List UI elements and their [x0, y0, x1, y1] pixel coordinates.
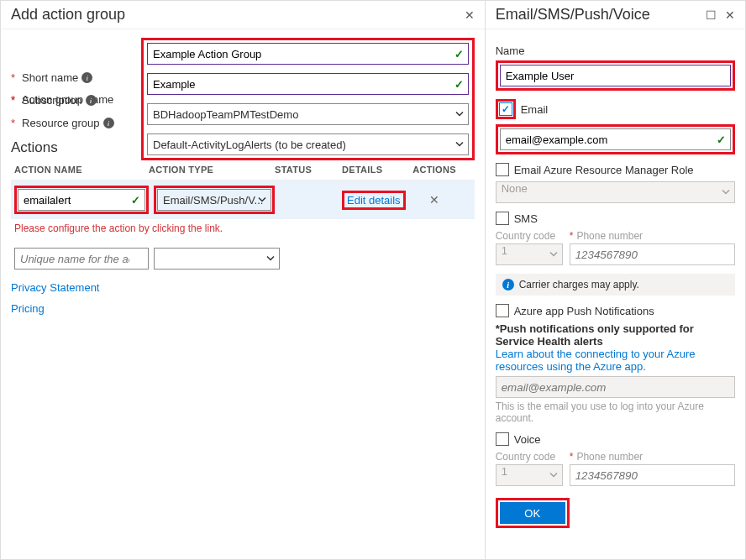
country-code-label: Country code — [496, 230, 563, 242]
voice-label: Voice — [514, 433, 541, 446]
push-label: Azure app Push Notifications — [514, 305, 654, 317]
sms-checkbox[interactable] — [496, 212, 509, 225]
actions-table-header: ACTION NAME ACTION TYPE STATUS DETAILS A… — [11, 160, 475, 181]
action-row: ✓ Email/SMS/Push/V... Edit deta — [11, 181, 475, 219]
delete-action-icon[interactable]: ✕ — [429, 193, 439, 207]
label-subscription: *Subscription i — [11, 94, 141, 107]
arm-role-label: Email Azure Resource Manager Role — [514, 164, 694, 176]
action-name-input[interactable] — [18, 189, 145, 211]
email-checkbox[interactable] — [499, 102, 512, 116]
left-pane-title: Add action group — [11, 6, 465, 24]
name-label: Name — [496, 44, 735, 57]
close-icon[interactable]: ✕ — [725, 8, 735, 22]
add-action-group-pane: Add action group ✕ *Action group name ✓ — [1, 1, 486, 559]
privacy-link[interactable]: Privacy Statement — [11, 281, 100, 294]
left-pane-header: Add action group ✕ — [1, 1, 485, 29]
close-icon[interactable]: ✕ — [465, 8, 475, 22]
info-icon[interactable]: i — [103, 118, 114, 128]
subscription-select[interactable]: BDHadoopTeamPMTestDemo — [147, 103, 469, 125]
maximize-icon[interactable]: ☐ — [706, 8, 717, 22]
info-icon: i — [502, 279, 514, 290]
push-help-text: This is the email you use to log into yo… — [496, 400, 735, 424]
action-row-new — [11, 243, 475, 275]
push-note: *Push notifications only supported for S… — [496, 322, 735, 348]
voice-country-select: 1 — [496, 464, 563, 486]
arm-role-checkbox[interactable] — [496, 163, 509, 176]
push-email-input — [496, 376, 735, 398]
voice-checkbox[interactable] — [496, 432, 509, 446]
new-action-type-select[interactable] — [154, 248, 280, 270]
check-icon: ✓ — [454, 48, 464, 60]
carrier-notice: i Carrier charges may apply. — [496, 274, 735, 296]
action-type-select[interactable]: Email/SMS/Push/V... — [157, 189, 271, 211]
check-icon: ✓ — [454, 78, 464, 91]
resource-group-select[interactable]: Default-ActivityLogAlerts (to be created… — [147, 133, 469, 155]
right-pane-title: Email/SMS/Push/Voice — [496, 6, 706, 24]
check-icon: ✓ — [131, 194, 140, 207]
sms-label: SMS — [514, 212, 538, 225]
right-pane-header: Email/SMS/Push/Voice ☐ ✕ — [486, 1, 745, 29]
sms-phone-input — [570, 243, 735, 265]
push-learn-link[interactable]: Learn about the connecting to your Azure… — [496, 348, 696, 373]
phone-label: *Phone number — [570, 230, 735, 242]
short-name-input[interactable] — [147, 73, 469, 95]
label-short-name: *Short name i — [11, 71, 141, 84]
voice-country-label: Country code — [496, 451, 563, 463]
edit-details-link[interactable]: Edit details — [347, 194, 401, 207]
pricing-link[interactable]: Pricing — [11, 302, 45, 315]
notify-name-input[interactable] — [500, 65, 731, 86]
sms-country-select: 1 — [496, 243, 563, 265]
email-sms-push-voice-pane: Email/SMS/Push/Voice ☐ ✕ Name Email — [486, 1, 745, 559]
new-action-name-input[interactable] — [14, 248, 149, 270]
label-resource-group: *Resource group i — [11, 117, 141, 129]
info-icon[interactable]: i — [86, 95, 97, 106]
voice-phone-label: *Phone number — [570, 451, 735, 463]
check-icon: ✓ — [717, 133, 726, 146]
arm-role-select: None — [496, 181, 735, 203]
ok-button[interactable]: OK — [500, 502, 565, 524]
info-icon[interactable]: i — [81, 72, 92, 83]
voice-phone-input — [570, 464, 735, 486]
email-checkbox-label: Email — [521, 103, 549, 116]
email-input[interactable] — [500, 128, 731, 150]
push-checkbox[interactable] — [496, 304, 509, 317]
action-group-name-input[interactable] — [147, 43, 469, 65]
action-config-error: Please configure the action by clicking … — [14, 222, 475, 234]
